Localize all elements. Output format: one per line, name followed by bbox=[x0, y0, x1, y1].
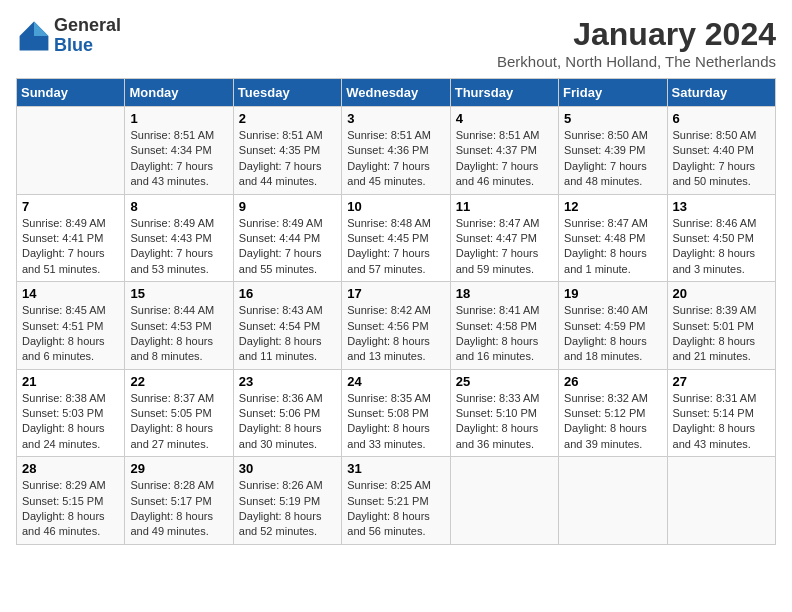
day-number: 29 bbox=[130, 461, 227, 476]
calendar-body: 1Sunrise: 8:51 AMSunset: 4:34 PMDaylight… bbox=[17, 107, 776, 545]
day-info: Sunrise: 8:46 AMSunset: 4:50 PMDaylight:… bbox=[673, 216, 770, 278]
calendar-cell: 19Sunrise: 8:40 AMSunset: 4:59 PMDayligh… bbox=[559, 282, 667, 370]
day-number: 19 bbox=[564, 286, 661, 301]
day-number: 23 bbox=[239, 374, 336, 389]
day-info: Sunrise: 8:44 AMSunset: 4:53 PMDaylight:… bbox=[130, 303, 227, 365]
calendar-cell: 12Sunrise: 8:47 AMSunset: 4:48 PMDayligh… bbox=[559, 194, 667, 282]
day-number: 9 bbox=[239, 199, 336, 214]
day-info: Sunrise: 8:48 AMSunset: 4:45 PMDaylight:… bbox=[347, 216, 444, 278]
day-number: 12 bbox=[564, 199, 661, 214]
calendar-cell: 23Sunrise: 8:36 AMSunset: 5:06 PMDayligh… bbox=[233, 369, 341, 457]
calendar-table: SundayMondayTuesdayWednesdayThursdayFrid… bbox=[16, 78, 776, 545]
calendar-cell bbox=[17, 107, 125, 195]
calendar-cell: 25Sunrise: 8:33 AMSunset: 5:10 PMDayligh… bbox=[450, 369, 558, 457]
calendar-cell: 1Sunrise: 8:51 AMSunset: 4:34 PMDaylight… bbox=[125, 107, 233, 195]
day-number: 3 bbox=[347, 111, 444, 126]
day-info: Sunrise: 8:37 AMSunset: 5:05 PMDaylight:… bbox=[130, 391, 227, 453]
calendar-cell: 18Sunrise: 8:41 AMSunset: 4:58 PMDayligh… bbox=[450, 282, 558, 370]
day-info: Sunrise: 8:36 AMSunset: 5:06 PMDaylight:… bbox=[239, 391, 336, 453]
calendar-cell: 3Sunrise: 8:51 AMSunset: 4:36 PMDaylight… bbox=[342, 107, 450, 195]
day-info: Sunrise: 8:29 AMSunset: 5:15 PMDaylight:… bbox=[22, 478, 119, 540]
calendar-cell: 21Sunrise: 8:38 AMSunset: 5:03 PMDayligh… bbox=[17, 369, 125, 457]
day-info: Sunrise: 8:41 AMSunset: 4:58 PMDaylight:… bbox=[456, 303, 553, 365]
day-info: Sunrise: 8:49 AMSunset: 4:43 PMDaylight:… bbox=[130, 216, 227, 278]
day-info: Sunrise: 8:28 AMSunset: 5:17 PMDaylight:… bbox=[130, 478, 227, 540]
day-number: 21 bbox=[22, 374, 119, 389]
day-info: Sunrise: 8:38 AMSunset: 5:03 PMDaylight:… bbox=[22, 391, 119, 453]
calendar-title: January 2024 bbox=[497, 16, 776, 53]
calendar-cell bbox=[450, 457, 558, 545]
calendar-cell: 17Sunrise: 8:42 AMSunset: 4:56 PMDayligh… bbox=[342, 282, 450, 370]
calendar-cell: 13Sunrise: 8:46 AMSunset: 4:50 PMDayligh… bbox=[667, 194, 775, 282]
title-block: January 2024 Berkhout, North Holland, Th… bbox=[497, 16, 776, 70]
calendar-cell: 14Sunrise: 8:45 AMSunset: 4:51 PMDayligh… bbox=[17, 282, 125, 370]
day-info: Sunrise: 8:51 AMSunset: 4:36 PMDaylight:… bbox=[347, 128, 444, 190]
day-number: 27 bbox=[673, 374, 770, 389]
calendar-subtitle: Berkhout, North Holland, The Netherlands bbox=[497, 53, 776, 70]
calendar-week-row: 1Sunrise: 8:51 AMSunset: 4:34 PMDaylight… bbox=[17, 107, 776, 195]
day-info: Sunrise: 8:26 AMSunset: 5:19 PMDaylight:… bbox=[239, 478, 336, 540]
calendar-cell: 28Sunrise: 8:29 AMSunset: 5:15 PMDayligh… bbox=[17, 457, 125, 545]
calendar-cell: 22Sunrise: 8:37 AMSunset: 5:05 PMDayligh… bbox=[125, 369, 233, 457]
day-info: Sunrise: 8:42 AMSunset: 4:56 PMDaylight:… bbox=[347, 303, 444, 365]
day-info: Sunrise: 8:50 AMSunset: 4:40 PMDaylight:… bbox=[673, 128, 770, 190]
day-number: 1 bbox=[130, 111, 227, 126]
calendar-cell: 11Sunrise: 8:47 AMSunset: 4:47 PMDayligh… bbox=[450, 194, 558, 282]
day-number: 7 bbox=[22, 199, 119, 214]
calendar-week-row: 28Sunrise: 8:29 AMSunset: 5:15 PMDayligh… bbox=[17, 457, 776, 545]
day-number: 18 bbox=[456, 286, 553, 301]
day-number: 22 bbox=[130, 374, 227, 389]
day-info: Sunrise: 8:31 AMSunset: 5:14 PMDaylight:… bbox=[673, 391, 770, 453]
logo-text: General Blue bbox=[54, 16, 121, 56]
day-number: 4 bbox=[456, 111, 553, 126]
day-info: Sunrise: 8:35 AMSunset: 5:08 PMDaylight:… bbox=[347, 391, 444, 453]
calendar-week-row: 7Sunrise: 8:49 AMSunset: 4:41 PMDaylight… bbox=[17, 194, 776, 282]
day-number: 5 bbox=[564, 111, 661, 126]
day-info: Sunrise: 8:25 AMSunset: 5:21 PMDaylight:… bbox=[347, 478, 444, 540]
day-info: Sunrise: 8:40 AMSunset: 4:59 PMDaylight:… bbox=[564, 303, 661, 365]
weekday-header: Sunday bbox=[17, 79, 125, 107]
calendar-cell: 29Sunrise: 8:28 AMSunset: 5:17 PMDayligh… bbox=[125, 457, 233, 545]
day-number: 26 bbox=[564, 374, 661, 389]
calendar-cell: 31Sunrise: 8:25 AMSunset: 5:21 PMDayligh… bbox=[342, 457, 450, 545]
day-info: Sunrise: 8:49 AMSunset: 4:44 PMDaylight:… bbox=[239, 216, 336, 278]
day-number: 16 bbox=[239, 286, 336, 301]
calendar-cell: 2Sunrise: 8:51 AMSunset: 4:35 PMDaylight… bbox=[233, 107, 341, 195]
calendar-cell: 26Sunrise: 8:32 AMSunset: 5:12 PMDayligh… bbox=[559, 369, 667, 457]
svg-marker-1 bbox=[34, 21, 48, 35]
day-number: 31 bbox=[347, 461, 444, 476]
day-number: 6 bbox=[673, 111, 770, 126]
weekday-header: Monday bbox=[125, 79, 233, 107]
calendar-week-row: 21Sunrise: 8:38 AMSunset: 5:03 PMDayligh… bbox=[17, 369, 776, 457]
weekday-header: Wednesday bbox=[342, 79, 450, 107]
calendar-cell: 27Sunrise: 8:31 AMSunset: 5:14 PMDayligh… bbox=[667, 369, 775, 457]
calendar-cell: 16Sunrise: 8:43 AMSunset: 4:54 PMDayligh… bbox=[233, 282, 341, 370]
day-number: 24 bbox=[347, 374, 444, 389]
calendar-cell bbox=[559, 457, 667, 545]
weekday-header: Friday bbox=[559, 79, 667, 107]
day-info: Sunrise: 8:47 AMSunset: 4:48 PMDaylight:… bbox=[564, 216, 661, 278]
day-number: 25 bbox=[456, 374, 553, 389]
calendar-cell: 20Sunrise: 8:39 AMSunset: 5:01 PMDayligh… bbox=[667, 282, 775, 370]
day-number: 10 bbox=[347, 199, 444, 214]
day-number: 28 bbox=[22, 461, 119, 476]
logo-general: General bbox=[54, 16, 121, 36]
calendar-cell: 15Sunrise: 8:44 AMSunset: 4:53 PMDayligh… bbox=[125, 282, 233, 370]
day-number: 15 bbox=[130, 286, 227, 301]
day-number: 17 bbox=[347, 286, 444, 301]
calendar-cell: 9Sunrise: 8:49 AMSunset: 4:44 PMDaylight… bbox=[233, 194, 341, 282]
day-info: Sunrise: 8:47 AMSunset: 4:47 PMDaylight:… bbox=[456, 216, 553, 278]
calendar-cell: 30Sunrise: 8:26 AMSunset: 5:19 PMDayligh… bbox=[233, 457, 341, 545]
day-info: Sunrise: 8:43 AMSunset: 4:54 PMDaylight:… bbox=[239, 303, 336, 365]
calendar-cell: 5Sunrise: 8:50 AMSunset: 4:39 PMDaylight… bbox=[559, 107, 667, 195]
calendar-cell: 7Sunrise: 8:49 AMSunset: 4:41 PMDaylight… bbox=[17, 194, 125, 282]
header-row: SundayMondayTuesdayWednesdayThursdayFrid… bbox=[17, 79, 776, 107]
logo-icon bbox=[16, 18, 52, 54]
day-info: Sunrise: 8:33 AMSunset: 5:10 PMDaylight:… bbox=[456, 391, 553, 453]
day-number: 20 bbox=[673, 286, 770, 301]
day-info: Sunrise: 8:51 AMSunset: 4:35 PMDaylight:… bbox=[239, 128, 336, 190]
day-number: 11 bbox=[456, 199, 553, 214]
day-info: Sunrise: 8:50 AMSunset: 4:39 PMDaylight:… bbox=[564, 128, 661, 190]
day-info: Sunrise: 8:45 AMSunset: 4:51 PMDaylight:… bbox=[22, 303, 119, 365]
day-number: 2 bbox=[239, 111, 336, 126]
